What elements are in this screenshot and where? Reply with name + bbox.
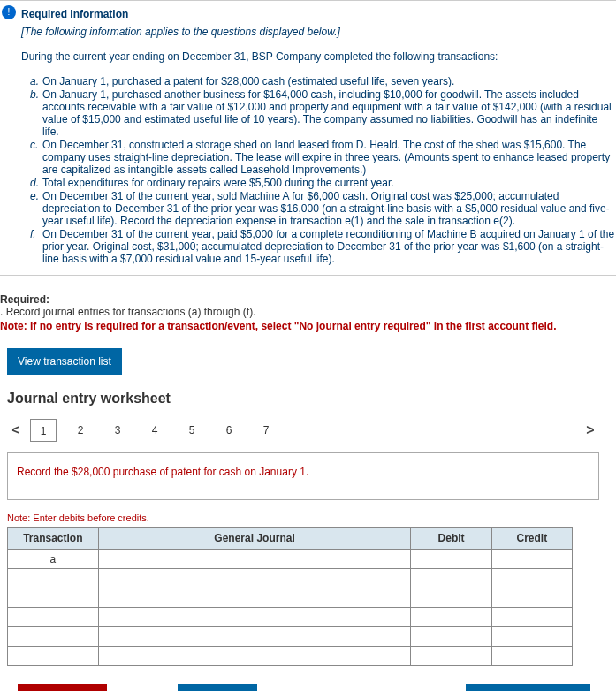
worksheet-title: Journal entry worksheet	[7, 391, 616, 406]
record-entry-button[interactable]: Record entry	[18, 684, 107, 691]
cell-debit[interactable]	[411, 569, 491, 588]
cell-debit[interactable]	[411, 647, 491, 666]
view-transaction-list-button[interactable]: View transaction list	[7, 348, 122, 375]
cell-credit[interactable]	[491, 588, 572, 608]
journal-entry-table: Transaction General Journal Debit Credit…	[7, 527, 573, 666]
cell-debit[interactable]	[411, 627, 491, 647]
required-note: Note: If no entry is required for a tran…	[0, 320, 616, 332]
required-info-box: Required Information [The following info…	[0, 0, 616, 276]
table-row	[8, 588, 573, 608]
table-row: a	[8, 550, 573, 569]
tx-item: b.On January 1, purchased another busine…	[30, 88, 616, 138]
cell-account[interactable]	[98, 647, 411, 666]
col-transaction: Transaction	[8, 528, 99, 550]
intro-text: During the current year ending on Decemb…	[21, 50, 616, 63]
tab-5[interactable]: 5	[179, 419, 205, 442]
table-row	[8, 608, 573, 627]
chevron-right-icon[interactable]: >	[582, 422, 599, 438]
cell-account[interactable]	[98, 569, 411, 588]
table-row	[8, 627, 573, 647]
tx-item: d.Total expenditures for ordinary repair…	[30, 177, 616, 189]
tx-item: f.On December 31 of the current year, pa…	[30, 228, 616, 265]
cell-transaction: a	[8, 550, 99, 569]
cell-debit[interactable]	[411, 608, 491, 627]
applies-note: [The following information applies to th…	[21, 26, 616, 38]
tx-item: a.On January 1, purchased a patent for $…	[30, 75, 616, 87]
cell-account[interactable]	[98, 550, 411, 569]
col-general-journal: General Journal	[98, 528, 411, 550]
col-credit: Credit	[491, 528, 572, 550]
chevron-left-icon[interactable]: <	[7, 422, 25, 438]
clear-entry-button[interactable]: Clear entry	[178, 684, 258, 691]
tx-item: e.On December 31 of the current year, so…	[30, 190, 616, 227]
tab-1[interactable]: 1	[30, 419, 57, 442]
debits-before-credits-note: Note: Enter debits before credits.	[7, 513, 616, 523]
cell-account[interactable]	[98, 588, 411, 608]
cell-account[interactable]	[98, 627, 411, 647]
required-info-title: Required Information	[21, 8, 616, 20]
tab-2[interactable]: 2	[67, 419, 94, 442]
transaction-list: a.On January 1, purchased a patent for $…	[21, 75, 616, 265]
cell-account[interactable]	[98, 608, 411, 627]
cell-debit[interactable]	[411, 588, 491, 608]
cell-credit[interactable]	[491, 627, 572, 647]
cell-credit[interactable]	[491, 608, 572, 627]
col-debit: Debit	[411, 528, 491, 550]
required-header: Required:	[0, 293, 616, 306]
table-row	[8, 569, 573, 588]
tab-4[interactable]: 4	[141, 419, 168, 442]
tx-item: c.On December 31, constructed a storage …	[30, 139, 616, 176]
table-row	[8, 647, 573, 666]
tab-row: < 1 2 3 4 5 6 7 >	[7, 419, 599, 442]
cell-credit[interactable]	[491, 647, 572, 666]
info-badge: !	[2, 5, 16, 19]
prompt-box: Record the $28,000 purchase of patent fo…	[7, 452, 599, 500]
required-line: . Record journal entries for transaction…	[0, 306, 616, 318]
view-general-journal-button[interactable]: View general journal	[466, 684, 590, 691]
cell-debit[interactable]	[411, 550, 491, 569]
cell-credit[interactable]	[491, 569, 572, 588]
tab-6[interactable]: 6	[216, 419, 242, 442]
tab-7[interactable]: 7	[253, 419, 279, 442]
tab-3[interactable]: 3	[104, 419, 131, 442]
cell-credit[interactable]	[491, 550, 572, 569]
prompt-text: Record the $28,000 purchase of patent fo…	[17, 466, 308, 478]
